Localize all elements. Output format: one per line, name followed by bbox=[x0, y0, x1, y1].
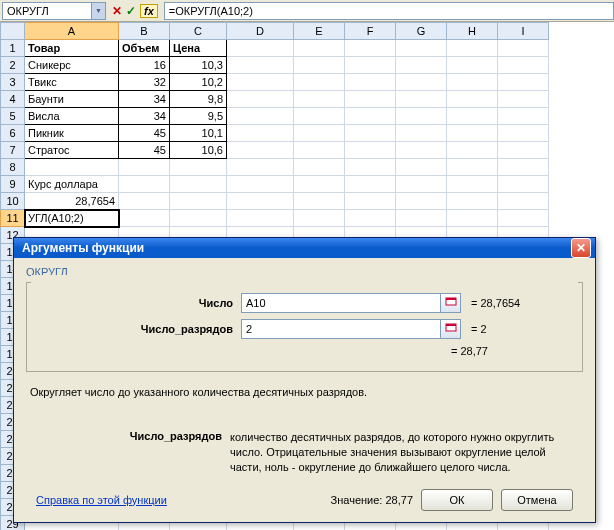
cell-D5[interactable] bbox=[227, 108, 294, 125]
cell-B3[interactable]: 32 bbox=[119, 74, 170, 91]
cell-F1[interactable] bbox=[345, 40, 396, 57]
cell-A1[interactable]: Товар bbox=[25, 40, 119, 57]
cell-F5[interactable] bbox=[345, 108, 396, 125]
cell-F11[interactable] bbox=[345, 210, 396, 227]
cell-I10[interactable] bbox=[498, 193, 549, 210]
formula-input[interactable]: =ОКРУГЛ(A10;2) bbox=[164, 2, 614, 20]
cell-E9[interactable] bbox=[294, 176, 345, 193]
cell-E8[interactable] bbox=[294, 159, 345, 176]
cell-D4[interactable] bbox=[227, 91, 294, 108]
cell-F7[interactable] bbox=[345, 142, 396, 159]
cell-B1[interactable]: Объем bbox=[119, 40, 170, 57]
cell-H9[interactable] bbox=[447, 176, 498, 193]
cell-I5[interactable] bbox=[498, 108, 549, 125]
col-header-I[interactable]: I bbox=[498, 23, 549, 40]
cell-B10[interactable] bbox=[119, 193, 170, 210]
cell-A11[interactable]: УГЛ(A10;2) bbox=[25, 210, 119, 227]
cell-D2[interactable] bbox=[227, 57, 294, 74]
select-all-corner[interactable] bbox=[1, 23, 25, 40]
cell-F3[interactable] bbox=[345, 74, 396, 91]
cell-H11[interactable] bbox=[447, 210, 498, 227]
cell-G9[interactable] bbox=[396, 176, 447, 193]
cell-F9[interactable] bbox=[345, 176, 396, 193]
cell-B4[interactable]: 34 bbox=[119, 91, 170, 108]
col-header-A[interactable]: A bbox=[25, 23, 119, 40]
cell-D1[interactable] bbox=[227, 40, 294, 57]
cell-I1[interactable] bbox=[498, 40, 549, 57]
cell-C1[interactable]: Цена bbox=[170, 40, 227, 57]
cell-H7[interactable] bbox=[447, 142, 498, 159]
name-box[interactable]: ОКРУГЛ bbox=[2, 2, 92, 20]
dialog-titlebar[interactable]: Аргументы функции ✕ bbox=[14, 238, 595, 258]
cell-A2[interactable]: Сникерс bbox=[25, 57, 119, 74]
cell-B2[interactable]: 16 bbox=[119, 57, 170, 74]
row-header-1[interactable]: 1 bbox=[1, 40, 25, 57]
cell-G6[interactable] bbox=[396, 125, 447, 142]
col-header-B[interactable]: B bbox=[119, 23, 170, 40]
cell-B7[interactable]: 45 bbox=[119, 142, 170, 159]
cell-I4[interactable] bbox=[498, 91, 549, 108]
cell-D6[interactable] bbox=[227, 125, 294, 142]
cell-D3[interactable] bbox=[227, 74, 294, 91]
row-header-2[interactable]: 2 bbox=[1, 57, 25, 74]
cell-I2[interactable] bbox=[498, 57, 549, 74]
collapse-dialog-icon[interactable] bbox=[441, 293, 461, 313]
row-header-4[interactable]: 4 bbox=[1, 91, 25, 108]
cell-H1[interactable] bbox=[447, 40, 498, 57]
col-header-C[interactable]: C bbox=[170, 23, 227, 40]
cell-I9[interactable] bbox=[498, 176, 549, 193]
cell-A3[interactable]: Твикс bbox=[25, 74, 119, 91]
cell-H2[interactable] bbox=[447, 57, 498, 74]
row-header-5[interactable]: 5 bbox=[1, 108, 25, 125]
cell-C4[interactable]: 9,8 bbox=[170, 91, 227, 108]
cell-H5[interactable] bbox=[447, 108, 498, 125]
cell-G3[interactable] bbox=[396, 74, 447, 91]
cell-G7[interactable] bbox=[396, 142, 447, 159]
close-icon[interactable]: ✕ bbox=[571, 238, 591, 258]
cell-A10[interactable]: 28,7654 bbox=[25, 193, 119, 210]
cell-A4[interactable]: Баунти bbox=[25, 91, 119, 108]
cell-A5[interactable]: Висла bbox=[25, 108, 119, 125]
cell-D8[interactable] bbox=[227, 159, 294, 176]
cell-C2[interactable]: 10,3 bbox=[170, 57, 227, 74]
cell-C10[interactable] bbox=[170, 193, 227, 210]
cell-B8[interactable] bbox=[119, 159, 170, 176]
cell-I6[interactable] bbox=[498, 125, 549, 142]
cell-E10[interactable] bbox=[294, 193, 345, 210]
cell-F2[interactable] bbox=[345, 57, 396, 74]
confirm-formula-icon[interactable]: ✓ bbox=[126, 4, 136, 18]
cell-H10[interactable] bbox=[447, 193, 498, 210]
cell-A7[interactable]: Стратос bbox=[25, 142, 119, 159]
cell-C7[interactable]: 10,6 bbox=[170, 142, 227, 159]
cell-E11[interactable] bbox=[294, 210, 345, 227]
cell-I3[interactable] bbox=[498, 74, 549, 91]
row-header-10[interactable]: 10 bbox=[1, 193, 25, 210]
cell-C3[interactable]: 10,2 bbox=[170, 74, 227, 91]
cell-I8[interactable] bbox=[498, 159, 549, 176]
cell-F10[interactable] bbox=[345, 193, 396, 210]
cell-E7[interactable] bbox=[294, 142, 345, 159]
cell-H6[interactable] bbox=[447, 125, 498, 142]
cancel-button[interactable]: Отмена bbox=[501, 489, 573, 511]
name-box-dropdown[interactable]: ▼ bbox=[92, 2, 106, 20]
row-header-8[interactable]: 8 bbox=[1, 159, 25, 176]
cell-G11[interactable] bbox=[396, 210, 447, 227]
cell-G1[interactable] bbox=[396, 40, 447, 57]
row-header-6[interactable]: 6 bbox=[1, 125, 25, 142]
row-header-11[interactable]: 11 bbox=[1, 210, 25, 227]
cell-I7[interactable] bbox=[498, 142, 549, 159]
cell-F4[interactable] bbox=[345, 91, 396, 108]
cell-G4[interactable] bbox=[396, 91, 447, 108]
cell-A8[interactable] bbox=[25, 159, 119, 176]
cell-G8[interactable] bbox=[396, 159, 447, 176]
cell-F8[interactable] bbox=[345, 159, 396, 176]
cancel-formula-icon[interactable]: ✕ bbox=[112, 4, 122, 18]
cell-D9[interactable] bbox=[227, 176, 294, 193]
cell-E3[interactable] bbox=[294, 74, 345, 91]
cell-I11[interactable] bbox=[498, 210, 549, 227]
col-header-G[interactable]: G bbox=[396, 23, 447, 40]
cell-D11[interactable] bbox=[227, 210, 294, 227]
cell-B11[interactable] bbox=[119, 210, 170, 227]
row-header-7[interactable]: 7 bbox=[1, 142, 25, 159]
fx-icon[interactable]: fx bbox=[140, 4, 158, 18]
